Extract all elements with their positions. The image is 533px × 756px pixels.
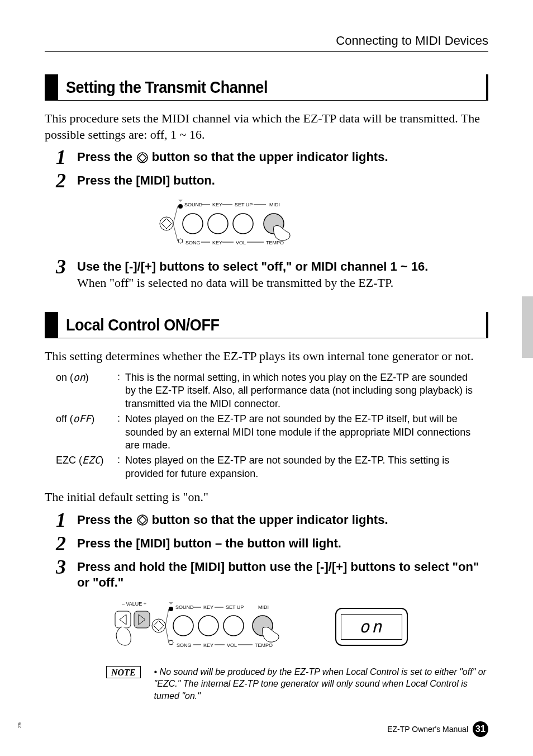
section-heading-local: Local Control ON/OFF: [45, 312, 488, 338]
step3-desc: When "off" is selected no data will be t…: [77, 275, 488, 291]
section1-step1: 1 Press the button so that the upper ind…: [56, 149, 488, 167]
svg-point-44: [198, 616, 218, 636]
svg-point-40: [169, 640, 173, 645]
step-number: 1: [56, 147, 74, 167]
svg-text:KEY: KEY: [203, 604, 213, 610]
step1-text-a: Press the: [77, 150, 136, 164]
svg-line-42: [165, 626, 169, 642]
section2-intro: This setting determines whether the EZ-T…: [45, 348, 488, 365]
svg-marker-8: [178, 200, 183, 202]
def-desc: This is the normal setting, in which not…: [125, 371, 477, 410]
def-desc: Notes played on the EZ-TP are not sounde…: [125, 454, 477, 480]
default-setting-text: The initial default setting is "on.": [45, 489, 488, 505]
svg-text:SONG: SONG: [177, 642, 192, 648]
step1-text-a: Press the: [77, 513, 136, 527]
svg-point-7: [178, 204, 183, 209]
svg-rect-26: [115, 611, 131, 628]
def-seg: EZC: [82, 454, 101, 466]
svg-text:TEMPO: TEMPO: [255, 642, 273, 648]
note-text: • No sound will be produced by the EZ-TP…: [154, 666, 488, 702]
label-midi: MIDI: [269, 202, 280, 207]
step-number: 3: [56, 557, 74, 577]
svg-text:SOUND: SOUND: [175, 604, 194, 610]
step2-text: Press the [MIDI] button – the button wil…: [77, 536, 341, 550]
lcd-display: on: [335, 608, 408, 646]
svg-line-10: [173, 206, 178, 224]
def-term: EZC: [56, 455, 76, 466]
svg-marker-24: [139, 516, 146, 524]
step2-text: Press the [MIDI] button.: [77, 173, 215, 187]
label-key: KEY: [212, 202, 222, 207]
step1-text-b: button so that the upper indicator light…: [152, 150, 388, 164]
page-header: Connecting to MIDI Devices: [45, 34, 488, 52]
svg-rect-28: [134, 611, 150, 628]
step-number: 3: [56, 257, 74, 277]
step-number: 1: [56, 510, 74, 530]
svg-text:– VALUE +: – VALUE +: [122, 601, 146, 607]
svg-text:KEY: KEY: [212, 240, 222, 245]
svg-point-43: [173, 616, 193, 636]
svg-marker-37: [154, 621, 164, 631]
step-number: 2: [56, 533, 74, 554]
svg-line-11: [173, 224, 178, 241]
step3-text: Press and hold the [MIDI] button use the…: [77, 560, 479, 590]
step-number: 2: [56, 171, 74, 191]
footer-book: EZ-TP Owner's Manual: [387, 725, 468, 734]
definition-list: on (on) : This is the normal setting, in…: [56, 371, 477, 480]
svg-text:KEY: KEY: [203, 642, 213, 648]
svg-text:SET UP: SET UP: [226, 604, 244, 610]
section-heading-transmit: Setting the Transmit Channel: [45, 74, 488, 101]
def-desc: Notes played on the EZ-TP are not sounde…: [125, 413, 477, 452]
section-heading-text: Local Control ON/OFF: [66, 315, 437, 334]
panel-diagram-2: – VALUE + SOUND KEY SET UP MIDI SONG KEY…: [112, 599, 488, 655]
panel-diagram: SOUND KEY SET UP MIDI SONG KEY VOL TEMPO: [156, 199, 488, 251]
section2-step3: 3 Press and hold the [MIDI] button use t…: [56, 559, 488, 591]
def-term: on: [56, 372, 67, 383]
side-tab: [522, 296, 533, 358]
section1-step3: 3 Use the [-]/[+] buttons to select "off…: [56, 259, 488, 291]
svg-marker-6: [161, 219, 172, 229]
svg-text:VOL: VOL: [227, 642, 237, 648]
svg-point-13: [208, 214, 228, 234]
note-box: NOTE • No sound will be produced by the …: [106, 666, 488, 702]
section2-step1: 1 Press the button so that the upper ind…: [56, 512, 488, 530]
svg-point-9: [178, 239, 183, 243]
def-seg: on: [73, 371, 85, 383]
svg-marker-27: [120, 615, 126, 625]
def-on: on (on) : This is the normal setting, in…: [56, 371, 477, 410]
def-off: off (oFF) : Notes played on the EZ-TP ar…: [56, 413, 477, 452]
page-number: 31: [473, 721, 488, 737]
note-label: NOTE: [106, 666, 141, 678]
section-heading-text: Setting the Transmit Channel: [66, 78, 437, 97]
def-seg: oFF: [73, 413, 92, 424]
svg-text:MIDI: MIDI: [258, 604, 269, 610]
label-setup: SET UP: [235, 202, 253, 207]
svg-point-45: [223, 616, 244, 636]
diamond-icon: [137, 152, 148, 166]
svg-text:SONG: SONG: [185, 240, 201, 245]
section1-step2: 2 Press the [MIDI] button.: [56, 173, 488, 191]
def-ezc: EZC (EZC) : Notes played on the EZ-TP ar…: [56, 454, 477, 480]
page-footer: EZ-TP Owner's Manual 31: [387, 721, 488, 737]
side-page-num: 29: [17, 722, 22, 728]
step1-text-b: button so that the upper indicator light…: [152, 513, 388, 527]
def-term: off: [56, 413, 67, 424]
svg-text:VOL: VOL: [236, 240, 246, 245]
svg-point-14: [233, 214, 253, 234]
svg-line-41: [165, 609, 169, 626]
svg-point-12: [183, 214, 203, 234]
svg-point-38: [169, 607, 173, 611]
label-sound: SOUND: [184, 202, 203, 207]
diamond-icon: [137, 514, 148, 528]
section1-intro: This procedure sets the MIDI channel via…: [45, 111, 488, 143]
svg-marker-39: [169, 602, 173, 604]
lcd-value: on: [341, 614, 402, 640]
svg-text:TEMPO: TEMPO: [266, 240, 284, 245]
svg-marker-1: [139, 154, 146, 162]
step3-title: Use the [-]/[+] buttons to select "off,"…: [77, 259, 488, 275]
section2-step2: 2 Press the [MIDI] button – the button w…: [56, 536, 488, 554]
